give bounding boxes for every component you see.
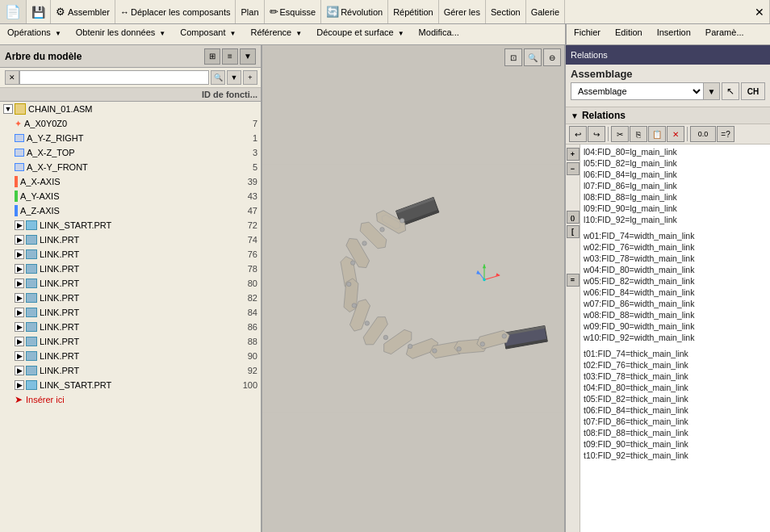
tree-item-xaxis[interactable]: A_X-AXIS 39 xyxy=(0,174,261,189)
menu-cut-surface[interactable]: Découpe et surface ▼ xyxy=(309,24,411,44)
format-btn[interactable]: 0.0 xyxy=(690,126,716,142)
ch-btn[interactable]: CH xyxy=(741,82,765,100)
tree-item-link74[interactable]: ▶ LINK.PRT 74 xyxy=(0,232,261,247)
toolbar-assemble[interactable]: ⚙ Assembler xyxy=(51,0,115,23)
expand-link80[interactable]: ▶ xyxy=(15,279,24,288)
tree-list[interactable]: ▼ CHAIN_01.ASM ✦ A_X0Y0Z0 7 A_Y-Z_RIGHT … xyxy=(0,102,261,532)
expand-link88[interactable]: ▶ xyxy=(15,337,24,346)
expand-link90[interactable]: ▶ xyxy=(15,351,24,361)
rel-item-t02[interactable]: t02:FID_76=thick_main_link xyxy=(584,359,767,371)
toolbar-manage[interactable]: Gérer les xyxy=(439,0,486,23)
tree-item-top[interactable]: A_X-Z_TOP 3 xyxy=(0,145,261,160)
panel-icon-btn-3[interactable]: ▼ xyxy=(240,48,256,65)
rel-item-w05[interactable]: w05:FID_82=width_main_link xyxy=(584,275,767,287)
delete-btn[interactable]: ✕ xyxy=(667,126,684,142)
menu-params[interactable]: Paramè... xyxy=(698,24,751,44)
expand-link76[interactable]: ▶ xyxy=(15,249,24,259)
toolbar-gallery[interactable]: Galerie xyxy=(526,0,565,23)
rel-item-t09[interactable]: t09:FID_90=thick_main_link xyxy=(584,438,767,450)
tree-item-linkstart100[interactable]: ▶ LINK_START.PRT 100 xyxy=(0,378,261,392)
expand-link82[interactable]: ▶ xyxy=(15,293,24,303)
cut-btn[interactable]: ✂ xyxy=(611,126,629,142)
relations-list[interactable]: l04:FID_80=lg_main_link l05:FID_82=lg_ma… xyxy=(580,145,770,532)
menu-component[interactable]: Composant ▼ xyxy=(173,24,243,44)
expand-linkstart72[interactable]: ▶ xyxy=(15,220,24,230)
toolbar-file[interactable]: 📄 xyxy=(0,0,27,23)
rel-item-l06[interactable]: l06:FID_84=lg_main_link xyxy=(584,169,767,180)
equals-btn[interactable]: =? xyxy=(717,126,734,142)
rel-item-t01[interactable]: t01:FID_74=thick_main_link xyxy=(584,348,767,359)
rel-item-t10[interactable]: t10:FID_92=thick_main_link xyxy=(584,450,767,461)
redo-btn[interactable]: ↪ xyxy=(588,126,605,142)
rel-item-t06[interactable]: t06:FID_84=thick_main_link xyxy=(584,404,767,416)
toolbar-plan[interactable]: Plan xyxy=(236,0,264,23)
menu-edition[interactable]: Edition xyxy=(608,24,650,44)
insert-here[interactable]: ➤ Insérer ici xyxy=(0,392,261,407)
rel-item-w02[interactable]: w02:FID_76=width_main_link xyxy=(584,241,767,253)
side-parens-btn[interactable]: () xyxy=(567,211,580,224)
tree-item-link88[interactable]: ▶ LINK.PRT 88 xyxy=(0,334,261,349)
expand-linkstart100[interactable]: ▶ xyxy=(15,380,24,390)
tree-item-zaxis[interactable]: A_Z-AXIS 47 xyxy=(0,203,261,218)
rel-item-l05[interactable]: l05:FID_82=lg_main_link xyxy=(584,157,767,169)
toolbar-move[interactable]: ↔ Déplacer les composants xyxy=(115,0,236,23)
rel-item-t07[interactable]: t07:FID_86=thick_main_link xyxy=(584,416,767,427)
rel-item-l04[interactable]: l04:FID_80=lg_main_link xyxy=(584,146,767,157)
search-input[interactable] xyxy=(19,70,209,85)
menu-fichier[interactable]: Fichier xyxy=(567,24,608,44)
menu-modify[interactable]: Modifica... xyxy=(412,24,467,44)
tree-item-link82[interactable]: ▶ LINK.PRT 82 xyxy=(0,291,261,305)
rel-item-w09[interactable]: w09:FID_90=width_main_link xyxy=(584,320,767,332)
menu-insertion[interactable]: Insertion xyxy=(650,24,698,44)
search-add-btn[interactable]: + xyxy=(243,70,257,85)
tree-item-yaxis[interactable]: A_Y-AXIS 43 xyxy=(0,189,261,203)
menu-reference[interactable]: Référence ▼ xyxy=(243,24,309,44)
toolbar-save[interactable]: 💾 xyxy=(27,0,51,23)
tree-item-front[interactable]: A_X-Y_FRONT 5 xyxy=(0,160,261,174)
rel-item-w01[interactable]: w01:FID_74=width_main_link xyxy=(584,230,767,241)
rel-item-w10[interactable]: w10:FID_92=width_main_link xyxy=(584,332,767,343)
search-filter-btn[interactable]: ▼ xyxy=(227,70,241,85)
paste-btn[interactable]: 📋 xyxy=(648,126,666,142)
tree-item-link84[interactable]: ▶ LINK.PRT 84 xyxy=(0,305,261,320)
tree-item-link80[interactable]: ▶ LINK.PRT 80 xyxy=(0,276,261,291)
expand-link92[interactable]: ▶ xyxy=(15,366,24,375)
expand-link86[interactable]: ▶ xyxy=(15,322,24,332)
side-plus-btn[interactable]: + xyxy=(567,148,580,161)
rel-item-l10[interactable]: l10:FID_92=lg_main_link xyxy=(584,214,767,225)
tree-item-link78[interactable]: ▶ LINK.PRT 78 xyxy=(0,262,261,276)
rel-item-t03[interactable]: t03:FID_78=thick_main_link xyxy=(584,371,767,382)
rel-item-t08[interactable]: t08:FID_88=thick_main_link xyxy=(584,427,767,438)
tree-item-link76[interactable]: ▶ LINK.PRT 76 xyxy=(0,247,261,262)
zoom-out-btn[interactable]: ⊖ xyxy=(543,48,561,66)
rel-item-w03[interactable]: w03:FID_78=width_main_link xyxy=(584,253,767,264)
search-submit-btn[interactable]: 🔍 xyxy=(211,70,225,85)
tree-item-right[interactable]: A_Y-Z_RIGHT 1 xyxy=(0,131,261,145)
menu-get-data[interactable]: Obtenir les données ▼ xyxy=(69,24,173,44)
panel-icon-btn-1[interactable]: ⊞ xyxy=(204,48,220,65)
expand-link74[interactable]: ▶ xyxy=(15,235,24,245)
rel-item-w07[interactable]: w07:FID_86=width_main_link xyxy=(584,298,767,309)
rel-item-t05[interactable]: t05:FID_82=thick_main_link xyxy=(584,393,767,404)
side-bracket-btn[interactable]: [ xyxy=(567,225,580,238)
assemblage-select[interactable]: Assemblage xyxy=(571,82,704,100)
rel-item-t04[interactable]: t04:FID_80=thick_main_link xyxy=(584,382,767,393)
tree-item-chain[interactable]: ▼ CHAIN_01.ASM xyxy=(0,102,261,116)
undo-btn[interactable]: ↩ xyxy=(569,126,587,142)
toolbar-repeat[interactable]: Répétition xyxy=(388,0,439,23)
cursor-btn[interactable]: ↖ xyxy=(722,82,739,100)
expand-chain[interactable]: ▼ xyxy=(3,104,13,114)
fit-btn[interactable]: ⊡ xyxy=(504,48,522,66)
toolbar-section[interactable]: Section xyxy=(486,0,526,23)
side-minus-btn[interactable]: − xyxy=(567,162,580,175)
tree-item-link92[interactable]: ▶ LINK.PRT 92 xyxy=(0,363,261,378)
rel-item-l07[interactable]: l07:FID_86=lg_main_link xyxy=(584,180,767,191)
zoom-in-btn[interactable]: 🔍 xyxy=(524,48,542,66)
assemblage-dropdown-btn[interactable]: ▼ xyxy=(704,82,720,100)
expand-link78[interactable]: ▶ xyxy=(15,264,24,274)
rel-item-l09[interactable]: l09:FID_90=lg_main_link xyxy=(584,203,767,214)
tree-item-link86[interactable]: ▶ LINK.PRT 86 xyxy=(0,320,261,334)
toolbar-revolve[interactable]: 🔄 Révolution xyxy=(321,0,388,23)
search-clear-btn[interactable]: ✕ xyxy=(5,70,19,85)
rel-item-w04[interactable]: w04:FID_80=width_main_link xyxy=(584,264,767,275)
